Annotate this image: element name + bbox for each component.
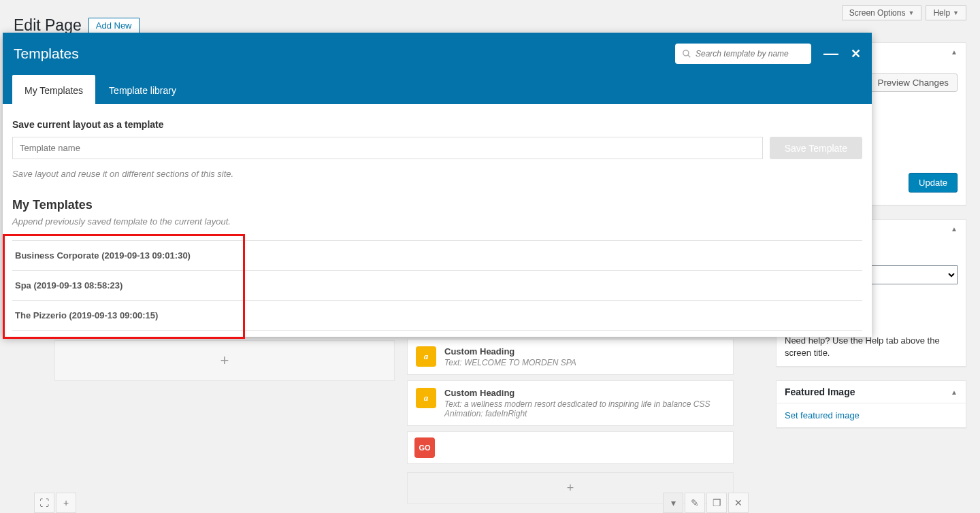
- clone-icon[interactable]: ❐: [706, 493, 727, 513]
- tab-my-templates[interactable]: My Templates: [12, 75, 95, 104]
- element-custom-heading[interactable]: a Custom Heading Text: a wellness modern…: [407, 380, 734, 426]
- svg-line-1: [688, 55, 691, 58]
- add-new-button[interactable]: Add New: [88, 18, 140, 33]
- panel-collapse-icon[interactable]: ▲: [951, 388, 958, 396]
- template-search[interactable]: [675, 44, 811, 64]
- panel-collapse-icon[interactable]: ▲: [951, 225, 958, 233]
- add-icon[interactable]: +: [56, 493, 76, 513]
- element-title: Custom Heading: [444, 346, 576, 357]
- save-hint: Save layout and reuse it on different se…: [12, 169, 862, 179]
- button-icon: GO: [414, 437, 435, 458]
- save-section-label: Save current layout as a template: [12, 119, 862, 130]
- element-custom-heading[interactable]: a Custom Heading Text: WELCOME TO MORDEN…: [407, 339, 734, 375]
- template-name-input[interactable]: [12, 137, 763, 159]
- templates-modal: Templates — ✕ My Templates Template libr…: [3, 33, 872, 337]
- featured-image-title: Featured Image: [785, 386, 855, 397]
- help-button[interactable]: Help ▼: [926, 5, 966, 20]
- add-element-placeholder[interactable]: +: [54, 340, 395, 381]
- element-button[interactable]: GO: [407, 431, 734, 464]
- preview-changes-button[interactable]: Preview Changes: [869, 73, 958, 92]
- template-row[interactable]: Business Corporate (2019-09-13 09:01:30): [12, 240, 862, 271]
- help-label: Help: [933, 8, 950, 18]
- panel-collapse-icon[interactable]: ▲: [951, 48, 958, 56]
- template-row[interactable]: The Pizzerio (2019-09-13 09:00:15): [12, 300, 862, 331]
- screen-options-button[interactable]: Screen Options ▼: [842, 5, 922, 20]
- template-row[interactable]: Spa (2019-09-13 08:58:23): [12, 270, 862, 301]
- update-button[interactable]: Update: [909, 173, 958, 193]
- screen-options-label: Screen Options: [849, 8, 906, 18]
- heading-icon: a: [416, 388, 436, 408]
- modal-title: Templates: [14, 46, 79, 62]
- element-subtitle: Text: WELCOME TO MORDEN SPA: [444, 358, 576, 367]
- caret-down-icon: ▼: [953, 10, 959, 16]
- help-text: Need help? Use the Help tab above the sc…: [785, 335, 958, 359]
- tab-template-library[interactable]: Template library: [97, 75, 189, 104]
- set-featured-image-link[interactable]: Set featured image: [785, 410, 860, 420]
- template-search-input[interactable]: [696, 49, 804, 59]
- fullscreen-icon[interactable]: ⛶: [34, 493, 54, 513]
- edit-icon[interactable]: ✎: [685, 493, 705, 513]
- element-title: Custom Heading: [444, 388, 725, 398]
- caret-down-icon: ▼: [908, 10, 914, 16]
- my-templates-sub: Append previously saved template to the …: [12, 216, 862, 227]
- delete-icon[interactable]: ✕: [728, 493, 749, 513]
- heading-icon: a: [416, 346, 436, 367]
- caret-down-icon[interactable]: ▾: [663, 493, 683, 513]
- page-title: Edit Page: [14, 16, 82, 35]
- svg-point-0: [683, 50, 689, 56]
- close-icon[interactable]: ✕: [851, 46, 861, 61]
- element-subtitle: Text: a wellness modern resort desdicate…: [444, 399, 725, 418]
- my-templates-heading: My Templates: [12, 198, 862, 212]
- save-template-button[interactable]: Save Template: [770, 137, 862, 159]
- search-icon: [682, 49, 691, 59]
- minimize-icon[interactable]: —: [823, 45, 838, 63]
